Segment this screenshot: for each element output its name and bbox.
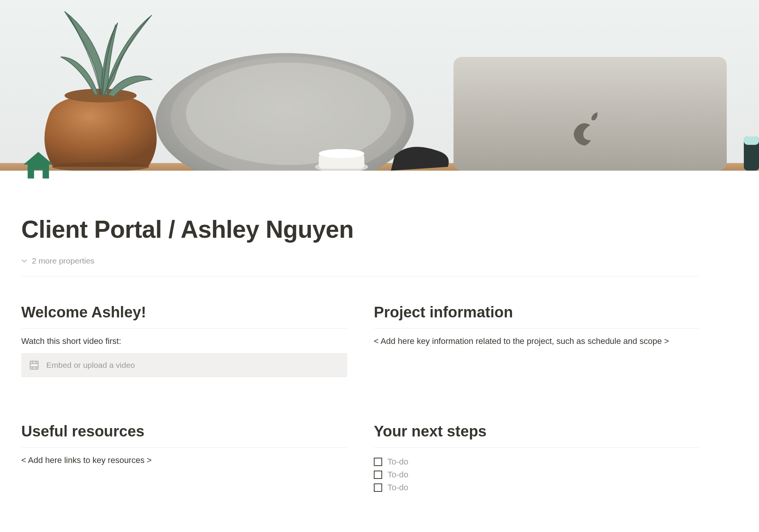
svg-rect-13 <box>30 361 38 369</box>
chevron-down-icon <box>21 258 27 264</box>
next-steps-section: Your next steps To-do To-do To-do <box>374 423 700 494</box>
todo-list: To-do To-do To-do <box>374 455 700 494</box>
welcome-intro[interactable]: Watch this short video first: <box>21 336 347 346</box>
svg-point-7 <box>319 149 364 158</box>
svg-rect-8 <box>454 57 727 171</box>
svg-point-4 <box>186 63 391 165</box>
page-title[interactable]: Client Portal / Ashley Nguyen <box>21 215 700 243</box>
todo-label: To-do <box>387 457 408 467</box>
project-info-heading[interactable]: Project information <box>374 304 700 329</box>
todo-label: To-do <box>387 470 408 480</box>
todo-label: To-do <box>387 483 408 493</box>
welcome-heading[interactable]: Welcome Ashley! <box>21 304 347 329</box>
useful-resources-heading[interactable]: Useful resources <box>21 423 347 448</box>
video-placeholder-label: Embed or upload a video <box>46 361 135 370</box>
more-properties-label: 2 more properties <box>32 256 94 265</box>
page-icon[interactable] <box>21 149 55 183</box>
film-icon <box>29 360 39 370</box>
video-embed-block[interactable]: Embed or upload a video <box>21 353 347 377</box>
todo-item[interactable]: To-do <box>374 481 700 494</box>
divider <box>21 276 700 276</box>
welcome-section: Welcome Ashley! Watch this short video f… <box>21 304 347 377</box>
useful-resources-section: Useful resources < Add here links to key… <box>21 423 347 494</box>
todo-item[interactable]: To-do <box>374 468 700 481</box>
checkbox[interactable] <box>374 458 382 466</box>
project-info-section: Project information < Add here key infor… <box>374 304 700 377</box>
todo-item[interactable]: To-do <box>374 455 700 468</box>
cover-image <box>0 0 759 171</box>
useful-resources-body[interactable]: < Add here links to key resources > <box>21 455 347 465</box>
checkbox[interactable] <box>374 483 382 492</box>
checkbox[interactable] <box>374 471 382 479</box>
next-steps-heading[interactable]: Your next steps <box>374 423 700 448</box>
svg-rect-10 <box>744 137 759 145</box>
more-properties-toggle[interactable]: 2 more properties <box>21 256 94 265</box>
house-icon <box>21 149 55 183</box>
project-info-body[interactable]: < Add here key information related to th… <box>374 336 700 346</box>
